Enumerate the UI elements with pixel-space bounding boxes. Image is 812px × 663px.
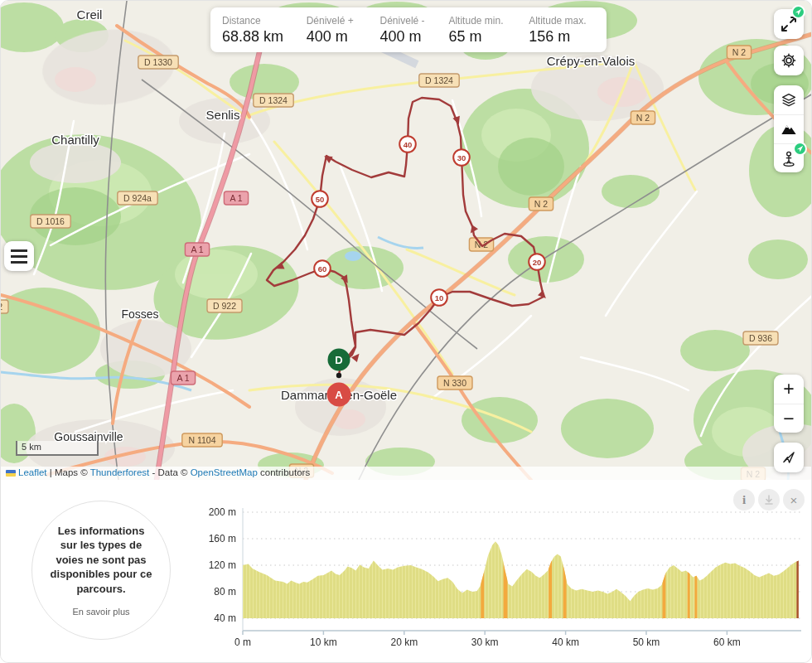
road-shield: D 922 <box>1 300 8 313</box>
x-tick-label: 60 km <box>713 636 741 648</box>
street-view-sync-badge <box>793 142 807 156</box>
road-shield: N 330 <box>437 376 472 390</box>
km-marker: 60 <box>314 260 331 277</box>
km-marker: 50 <box>312 191 328 207</box>
chart-toolbar: i × <box>733 489 805 511</box>
town-label: Senlis <box>206 108 240 122</box>
x-tick-label: 30 km <box>471 636 499 648</box>
close-chart-button[interactable]: × <box>783 489 805 511</box>
svg-text:A 1: A 1 <box>176 373 189 383</box>
relief-button[interactable] <box>774 114 804 143</box>
info-button[interactable]: i <box>733 489 755 511</box>
town-label: Chantilly <box>51 133 99 147</box>
svg-text:A: A <box>335 389 343 401</box>
svg-text:A 1: A 1 <box>191 244 203 254</box>
download-icon <box>763 494 775 506</box>
x-tick-label: 50 km <box>633 636 660 648</box>
notice-text: Les informations sur les types de voies … <box>49 524 153 597</box>
road-shield: A 1 <box>224 191 248 205</box>
settings-button[interactable] <box>774 46 804 75</box>
route-waypoint-dot <box>336 373 341 378</box>
svg-text:60: 60 <box>318 264 327 273</box>
map: D 1330D 1324D 1324D 924aD 1016D 922D 922… <box>1 1 812 480</box>
road-shield: D 1016 <box>31 215 70 228</box>
town-label: Crépy-en-Valois <box>547 54 635 68</box>
svg-text:20: 20 <box>533 258 542 267</box>
road-shield: D 922 <box>207 299 242 312</box>
leaflet-link[interactable]: Leaflet <box>18 467 47 477</box>
stat-label: Altitude min. <box>448 15 529 27</box>
km-marker: 10 <box>431 289 447 306</box>
download-button[interactable] <box>758 489 780 511</box>
end-marker[interactable]: A <box>327 383 351 407</box>
map-layer-controls <box>774 85 804 172</box>
y-tick-label: 40 m <box>214 612 236 624</box>
elevation-panel: Les informations sur les types de voies … <box>1 480 812 663</box>
road-shield: N 2 <box>727 46 751 59</box>
zoom-out-button[interactable]: − <box>774 404 804 433</box>
road-shield: D 936 <box>743 332 778 345</box>
y-tick-label: 200 m <box>209 506 236 518</box>
road-shield: A 1 <box>185 243 209 256</box>
zoom-in-button[interactable]: + <box>774 375 804 404</box>
x-tick-label: 10 km <box>310 636 337 648</box>
ukraine-flag-icon <box>6 470 16 477</box>
road-shield: D 1324 <box>254 94 293 107</box>
scale-label: 5 km <box>22 442 41 452</box>
km-marker: 20 <box>529 254 545 270</box>
layers-button[interactable] <box>774 85 804 114</box>
navigation-badge-icon <box>796 145 804 152</box>
road-shield: D 1324 <box>419 74 459 87</box>
learn-more-link[interactable]: En savoir plus <box>72 607 129 617</box>
elevation-area <box>243 541 799 618</box>
stat-value-distance: 68.88 km <box>222 28 307 46</box>
svg-text:30: 30 <box>457 153 466 162</box>
route-planner-app: D 1330D 1324D 1324D 924aD 1016D 922D 922… <box>0 0 812 663</box>
km-marker: 40 <box>399 136 416 152</box>
stat-label: Dénivelé - <box>380 15 449 27</box>
map-attribution: Leaflet | Maps © Thunderforest - Data © … <box>1 467 812 480</box>
pond <box>345 251 361 261</box>
road-shield: N 2 <box>529 197 553 211</box>
locate-button[interactable] <box>774 443 804 472</box>
svg-text:D 924a: D 924a <box>123 193 152 203</box>
x-tick-label: 20 km <box>390 636 418 648</box>
road-shield: N 2 <box>631 111 655 124</box>
gear-icon <box>779 51 799 70</box>
svg-text:D 922: D 922 <box>1 302 2 312</box>
road-shield: A 1 <box>171 371 195 385</box>
road-type-notice: Les informations sur les types de voies … <box>31 501 171 640</box>
svg-text:50: 50 <box>316 195 325 204</box>
svg-text:D 1324: D 1324 <box>425 75 453 85</box>
openstreetmap-link[interactable]: OpenStreetMap <box>191 467 258 477</box>
x-tick-label: 0 m <box>234 636 251 648</box>
road-shield: D 924a <box>118 191 157 205</box>
svg-text:10: 10 <box>435 293 444 302</box>
y-tick-label: 80 m <box>214 586 236 598</box>
stat-label: Dénivelé + <box>307 15 380 27</box>
km-marker: 30 <box>453 149 470 166</box>
thunderforest-link[interactable]: Thunderforest <box>90 467 150 477</box>
svg-text:A 1: A 1 <box>230 193 242 203</box>
svg-text:D 922: D 922 <box>213 301 236 311</box>
map-canvas[interactable]: D 1330D 1324D 1324D 924aD 1016D 922D 922… <box>1 1 812 480</box>
svg-text:D: D <box>335 354 342 366</box>
y-tick-label: 160 m <box>209 533 236 544</box>
svg-text:N 330: N 330 <box>443 378 466 388</box>
elevation-chart[interactable]: 200 m160 m120 m80 m40 m0 m10 km20 km30 k… <box>208 483 812 663</box>
navigation-badge-icon <box>795 8 802 16</box>
route-stats-bar: Distance68.88 km Dénivelé +400 m Dénivel… <box>210 7 607 52</box>
svg-text:40: 40 <box>404 140 413 149</box>
svg-text:D 1016: D 1016 <box>36 216 65 226</box>
stat-label: Altitude max. <box>529 15 607 27</box>
svg-text:N 2: N 2 <box>732 47 747 57</box>
map-scale-bar: 5 km <box>16 441 99 456</box>
stat-value-elevation-loss: 400 m <box>380 28 449 46</box>
road-shield: D 1330 <box>138 56 178 69</box>
fullscreen-sync-badge <box>791 5 805 19</box>
menu-button[interactable] <box>4 241 34 271</box>
locate-arrow-icon <box>780 448 798 467</box>
stat-value-altitude-min: 65 m <box>448 28 529 46</box>
svg-text:D 1330: D 1330 <box>144 57 172 67</box>
start-marker[interactable]: D <box>328 349 350 371</box>
